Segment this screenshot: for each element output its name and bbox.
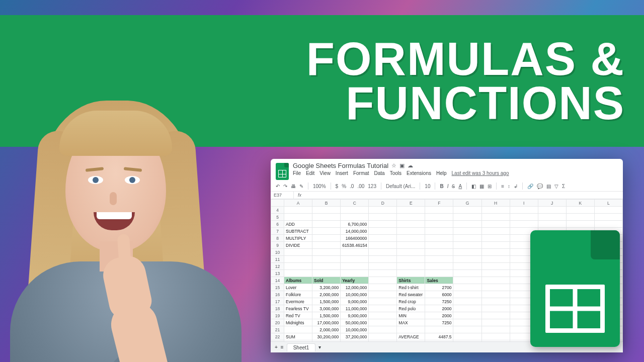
- cell[interactable]: [397, 207, 425, 214]
- cell[interactable]: 17,000,000: [312, 319, 341, 326]
- cell[interactable]: [341, 270, 369, 277]
- sheet-tab[interactable]: Sheet1: [287, 343, 316, 351]
- cell[interactable]: [538, 221, 566, 228]
- cell[interactable]: [425, 270, 453, 277]
- cell[interactable]: [510, 207, 538, 214]
- move-icon[interactable]: ▣: [399, 162, 405, 169]
- cell[interactable]: [538, 207, 566, 214]
- cell[interactable]: 166400000: [341, 235, 369, 242]
- cell[interactable]: [284, 214, 312, 221]
- cell[interactable]: 2000: [425, 312, 453, 319]
- cell[interactable]: [481, 305, 510, 312]
- cell[interactable]: 1,500,000: [312, 312, 341, 319]
- cell[interactable]: [312, 249, 341, 256]
- cell[interactable]: 3,200,000: [312, 284, 341, 291]
- cell[interactable]: 9,000,000: [341, 312, 369, 319]
- cell[interactable]: 2700: [425, 284, 453, 291]
- col-header[interactable]: I: [510, 200, 538, 207]
- cell[interactable]: Folklore: [284, 291, 312, 298]
- halign-button[interactable]: ≡: [501, 184, 504, 189]
- cell[interactable]: Lover: [284, 284, 312, 291]
- cell[interactable]: Sold: [312, 277, 341, 284]
- row-header[interactable]: 22: [271, 333, 284, 340]
- cell[interactable]: Red TV: [284, 312, 312, 319]
- cell[interactable]: [453, 270, 481, 277]
- cell[interactable]: [453, 319, 481, 326]
- row-header[interactable]: 8: [271, 235, 284, 242]
- cell[interactable]: [369, 263, 397, 270]
- cell[interactable]: [369, 277, 397, 284]
- cell[interactable]: MULTIPLY: [284, 235, 312, 242]
- menu-view[interactable]: View: [319, 170, 331, 176]
- cell[interactable]: 7250: [425, 319, 453, 326]
- row-header[interactable]: 11: [271, 256, 284, 263]
- cell[interactable]: [312, 214, 341, 221]
- cell[interactable]: 3,000,000: [312, 305, 341, 312]
- row-header[interactable]: 12: [271, 263, 284, 270]
- col-header[interactable]: A: [284, 200, 312, 207]
- cell[interactable]: [369, 228, 397, 235]
- row-header[interactable]: 16: [271, 291, 284, 298]
- cell[interactable]: [481, 242, 510, 249]
- cell[interactable]: [397, 249, 425, 256]
- cell[interactable]: AVERAGE: [397, 333, 425, 340]
- valign-button[interactable]: ↕: [508, 184, 510, 189]
- cell[interactable]: [538, 214, 566, 221]
- cell[interactable]: [369, 270, 397, 277]
- cell[interactable]: [369, 298, 397, 305]
- menu-edit[interactable]: Edit: [306, 170, 314, 176]
- menu-tools[interactable]: Tools: [390, 170, 401, 176]
- cell[interactable]: [425, 235, 453, 242]
- cell[interactable]: 6000: [425, 291, 453, 298]
- col-header[interactable]: D: [369, 200, 397, 207]
- col-header[interactable]: L: [594, 200, 622, 207]
- menu-extensions[interactable]: Extensions: [407, 170, 431, 176]
- cell[interactable]: [341, 263, 369, 270]
- cell[interactable]: [453, 242, 481, 249]
- cell[interactable]: [369, 319, 397, 326]
- cell[interactable]: [566, 207, 594, 214]
- wrap-button[interactable]: ↲: [514, 184, 518, 189]
- cell[interactable]: [369, 242, 397, 249]
- cell[interactable]: [284, 256, 312, 263]
- add-sheet-button[interactable]: +: [275, 344, 278, 350]
- cell[interactable]: [453, 305, 481, 312]
- cell[interactable]: 12,000,000: [341, 284, 369, 291]
- cell[interactable]: [369, 291, 397, 298]
- row-header[interactable]: 17: [271, 298, 284, 305]
- cell[interactable]: 10,000,000: [341, 291, 369, 298]
- font-select[interactable]: Default (Ari...: [386, 184, 415, 189]
- row-header[interactable]: 10: [271, 249, 284, 256]
- cell[interactable]: [453, 228, 481, 235]
- cell[interactable]: Red sweater: [397, 291, 425, 298]
- cell[interactable]: [369, 235, 397, 242]
- cell[interactable]: [369, 312, 397, 319]
- cell[interactable]: [481, 298, 510, 305]
- cell[interactable]: 2,000,000: [312, 291, 341, 298]
- strike-button[interactable]: S̶: [452, 184, 455, 189]
- cell[interactable]: [369, 256, 397, 263]
- bold-button[interactable]: B: [440, 184, 443, 189]
- menu-help[interactable]: Help: [436, 170, 447, 176]
- row-header[interactable]: 21: [271, 326, 284, 333]
- cell[interactable]: [481, 333, 510, 340]
- row-header[interactable]: 20: [271, 319, 284, 326]
- row-header[interactable]: 18: [271, 305, 284, 312]
- cell[interactable]: 4487.5: [425, 333, 453, 340]
- cell[interactable]: [510, 214, 538, 221]
- cell[interactable]: [425, 256, 453, 263]
- cell[interactable]: [312, 270, 341, 277]
- row-header[interactable]: 5: [271, 214, 284, 221]
- cell[interactable]: Albums: [284, 277, 312, 284]
- cell[interactable]: [312, 235, 341, 242]
- cell[interactable]: [425, 242, 453, 249]
- link-button[interactable]: 🔗: [527, 184, 533, 189]
- cell[interactable]: [312, 207, 341, 214]
- cell[interactable]: [453, 249, 481, 256]
- cell[interactable]: [341, 214, 369, 221]
- cell[interactable]: [369, 207, 397, 214]
- cell[interactable]: 2000: [425, 305, 453, 312]
- cell[interactable]: Sales: [425, 277, 453, 284]
- cell[interactable]: [369, 214, 397, 221]
- cell[interactable]: 30,200,000: [312, 333, 341, 340]
